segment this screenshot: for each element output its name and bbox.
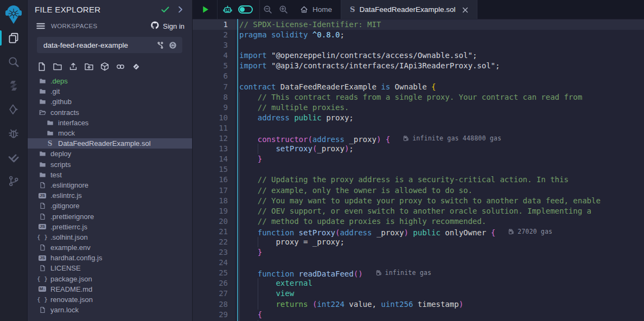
line-number: 27 (193, 288, 228, 299)
tree-item-mock[interactable]: mock (28, 128, 192, 138)
workspaces-label: WORKSPACES (51, 23, 150, 29)
json-icon: { } (39, 233, 46, 241)
activity-item-deploy-and-run[interactable] (0, 98, 28, 121)
tree-item-interfaces[interactable]: interfaces (28, 118, 192, 128)
tree-item-renovate.json[interactable]: { } renovate.json (28, 294, 192, 305)
code-line-16[interactable]: 16 // Updating the proxy address is a se… (193, 175, 644, 185)
code-line-27[interactable]: 27 view (193, 288, 644, 299)
code-line-18[interactable]: 18 // You may want to update your proxy … (193, 196, 644, 206)
gas-estimate: 27020 gas (508, 227, 552, 237)
line-number: 20 (193, 216, 228, 227)
code-line-9[interactable]: 9 // multiple proxies. (193, 102, 644, 113)
tree-item-DataFeedReaderExample.sol[interactable]: S DataFeedReaderExample.sol (28, 138, 192, 149)
zoom-in-button[interactable] (276, 0, 291, 19)
publish-to-gist-icon[interactable] (131, 62, 141, 72)
new-folder-icon[interactable] (53, 62, 62, 72)
code-line-1[interactable]: 1 // SPDX-License-Identifier: MIT (193, 20, 644, 30)
create-from-template-icon[interactable] (100, 62, 110, 72)
code-line-20[interactable]: 20 // method to update proxies is highly… (193, 216, 644, 227)
tree-item-.prettierignore[interactable]: .prettierignore (28, 211, 192, 221)
tree-item-label: deploy (50, 150, 71, 158)
code-line-19[interactable]: 19 // OEV support, or even switch to ano… (193, 206, 644, 216)
code-line-10[interactable]: 10 address public proxy; (193, 113, 644, 123)
code-line-24[interactable]: 24 (193, 258, 644, 268)
workspace-caret-icon[interactable] (169, 41, 177, 49)
run-script-button[interactable] (193, 0, 217, 19)
tree-item-.prettierrc.js[interactable]: JS .prettierrc.js (28, 222, 192, 232)
line-number: 8 (193, 92, 228, 102)
tree-item-hardhat.config.js[interactable]: JS hardhat.config.js (28, 253, 192, 263)
tree-item-example.env[interactable]: example.env (28, 242, 192, 253)
code-line-2[interactable]: 2 pragma solidity ^0.8.0; (193, 30, 644, 40)
close-icon[interactable] (461, 6, 468, 13)
code-line-4[interactable]: 4 import "@openzeppelin/contracts/access… (193, 50, 644, 61)
code-editor[interactable]: 1 // SPDX-License-Identifier: MIT 2 prag… (193, 19, 644, 321)
clone-repository-icon[interactable] (116, 62, 125, 72)
copilot-toggle[interactable] (236, 0, 259, 19)
tree-item-label: DataFeedReaderExample.sol (58, 139, 151, 147)
code-line-14[interactable]: 14 } (193, 154, 644, 164)
code-line-3[interactable]: 3 (193, 40, 644, 50)
line-number: 21 (193, 227, 228, 237)
tree-item-.git[interactable]: .git (28, 86, 192, 97)
tree-item-label: renovate.json (50, 296, 93, 304)
new-file-icon[interactable] (37, 62, 47, 72)
tree-item-.eslintrc.js[interactable]: JS .eslintrc.js (28, 190, 192, 201)
tree-item-.deps[interactable]: .deps (28, 76, 192, 86)
code-line-8[interactable]: 8 // This contract reads from a single p… (193, 92, 644, 102)
tree-item-label: contracts (50, 108, 79, 117)
code-line-28[interactable]: 28 returns (int224 value, uint256 timest… (193, 299, 644, 310)
code-line-22[interactable]: 22 proxy = _proxy; (193, 237, 644, 247)
line-number: 28 (193, 299, 228, 310)
workspace-selector[interactable]: data-feed-reader-example (37, 37, 182, 53)
upload-folder-icon[interactable] (84, 62, 94, 72)
code-line-12[interactable]: 12 constructor(address _proxy) {infinite… (193, 133, 644, 144)
code-line-6[interactable]: 6 (193, 71, 644, 81)
code-line-15[interactable]: 15 (193, 164, 644, 175)
file-icon (39, 181, 46, 189)
tree-item-scripts[interactable]: scripts (28, 159, 192, 170)
code-line-23[interactable]: 23 } (193, 247, 644, 258)
activity-item-file-explorer[interactable] (0, 26, 28, 50)
code-line-11[interactable]: 11 (193, 123, 644, 133)
tree-item-.gitignore[interactable]: .gitignore (28, 201, 192, 211)
tab-DataFeedReaderExample.sol[interactable]: S DataFeedReaderExample.sol (341, 0, 477, 19)
check-icon[interactable] (161, 5, 170, 14)
activity-item-solidity-compiler[interactable] (0, 74, 28, 98)
line-number: 2 (193, 30, 228, 40)
tree-item-label: .eslintignore (50, 181, 88, 189)
code-line-7[interactable]: 7 contract DataFeedReaderExample is Owna… (193, 82, 644, 92)
tree-item-package.json[interactable]: { } package.json (28, 274, 192, 284)
tree-item-test[interactable]: test (28, 170, 192, 180)
activity-item-solidity-unit-testing[interactable] (0, 145, 28, 169)
tree-item-.eslintignore[interactable]: .eslintignore (28, 180, 192, 190)
activity-item-search[interactable] (0, 50, 28, 74)
activity-item-debugger[interactable] (0, 121, 28, 145)
upload-file-icon[interactable] (68, 62, 78, 72)
code-line-29[interactable]: 29 { (193, 310, 644, 320)
tree-item-contracts[interactable]: contracts (28, 107, 192, 118)
tree-item-README.md[interactable]: M↓ README.md (28, 284, 192, 294)
tree-item-.github[interactable]: .github (28, 97, 192, 107)
code-line-21[interactable]: 21 function setProxy(address _proxy) pub… (193, 227, 644, 237)
chevron-right-icon[interactable] (176, 5, 184, 14)
tab-Home[interactable]: Home (291, 0, 341, 19)
code-line-25[interactable]: 25 function readDataFeed()infinite gas (193, 268, 644, 278)
git-fork-icon[interactable] (156, 41, 164, 49)
code-line-13[interactable]: 13 setProxy(_proxy); (193, 144, 644, 154)
ai-copilot-icon[interactable] (218, 0, 236, 19)
tree-item-.solhint.json[interactable]: { } .solhint.json (28, 232, 192, 242)
workspaces-row: WORKSPACES Sign in (28, 16, 192, 31)
code-line-26[interactable]: 26 external (193, 278, 644, 288)
code-line-5[interactable]: 5 import "@api3/contracts/interfaces/IAp… (193, 61, 644, 71)
remix-logo-icon[interactable] (4, 3, 23, 26)
code-line-17[interactable]: 17 // example, only the owner is allowed… (193, 185, 644, 196)
activity-item-git[interactable] (0, 169, 28, 193)
sign-in-button[interactable]: Sign in (150, 21, 184, 31)
hamburger-menu-icon[interactable] (36, 21, 46, 31)
tree-item-LICENSE[interactable]: LICENSE (28, 263, 192, 273)
tree-item-yarn.lock[interactable]: yarn.lock (28, 305, 192, 315)
zoom-out-button[interactable] (260, 0, 276, 19)
tree-item-deploy[interactable]: deploy (28, 149, 192, 159)
editor-tab-bar: Home S DataFeedReaderExample.sol (193, 0, 644, 19)
